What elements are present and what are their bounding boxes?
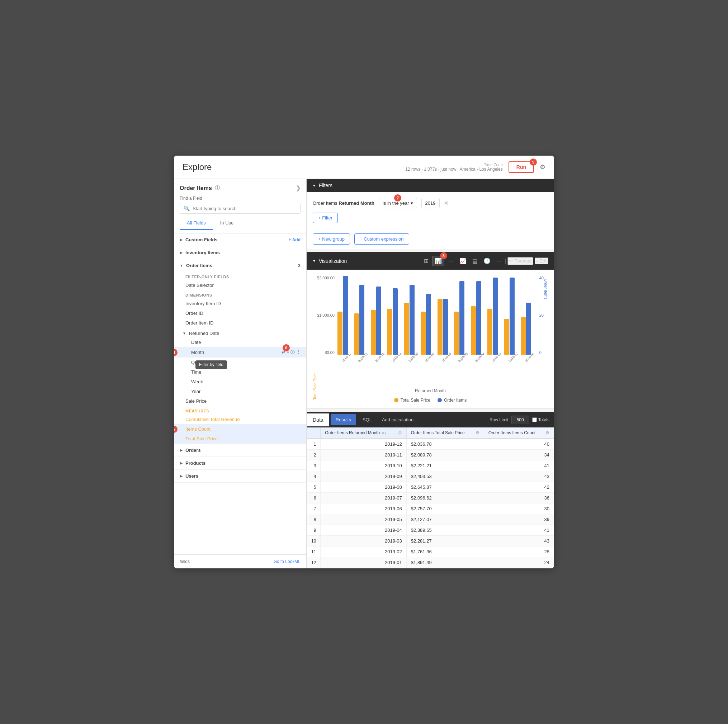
- group-header-orders[interactable]: ▶ Orders: [174, 444, 306, 457]
- group-header-users[interactable]: ▶ Users: [174, 470, 306, 482]
- sort-icon[interactable]: ≡↓: [382, 431, 386, 435]
- filters-title: Filters: [319, 183, 332, 188]
- column-settings-icon-1[interactable]: ⚙: [476, 430, 479, 435]
- row-number: 7: [307, 504, 321, 514]
- more-options-icon[interactable]: ⋮: [296, 349, 301, 355]
- badge-8: 8: [440, 252, 447, 259]
- field-order-item-id[interactable]: Order Item ID: [174, 318, 306, 328]
- filter-operator-wrapper: 7 is in the year ▾: [379, 198, 417, 208]
- viz-more-icon[interactable]: ···: [494, 257, 503, 266]
- field-time[interactable]: Time: [174, 367, 306, 377]
- bar-gold[interactable]: [421, 312, 426, 354]
- table-row[interactable]: 6 2019-07 $2,096.62 36: [307, 493, 554, 504]
- table-row[interactable]: 3 2019-10 $2,221.21 41: [307, 460, 554, 471]
- bar-gold[interactable]: [454, 312, 459, 354]
- viz-table-icon[interactable]: ⊞: [422, 256, 431, 266]
- search-input[interactable]: [193, 206, 297, 211]
- info-field-icon[interactable]: ⓘ: [291, 349, 295, 355]
- tab-data[interactable]: Data: [307, 414, 329, 426]
- viz-area-icon[interactable]: ▤: [470, 256, 480, 266]
- column-settings-icon-0[interactable]: ⚙: [398, 430, 402, 435]
- subgroup-returned-date[interactable]: ▼ Returned Date: [174, 328, 306, 338]
- tab-add-calculation[interactable]: Add calculation: [377, 414, 419, 425]
- tab-all-fields[interactable]: All Fields: [180, 217, 213, 230]
- field-total-sale-price[interactable]: Total Sale Price: [174, 434, 306, 444]
- table-row[interactable]: 10 2019-03 $2,281.27 43: [307, 536, 554, 547]
- bar-gold[interactable]: [487, 309, 492, 354]
- table-row[interactable]: 11 2019-02 $1,761.36 28: [307, 547, 554, 557]
- field-inventory-item-id[interactable]: Inventory Item ID: [174, 299, 306, 309]
- add-custom-field-link[interactable]: + Add: [289, 237, 301, 243]
- bar-blue[interactable]: [493, 278, 498, 354]
- group-header-products[interactable]: ▶ Products: [174, 457, 306, 469]
- info-icon[interactable]: ⓘ: [215, 185, 220, 191]
- edit-button[interactable]: ≡ Edit: [535, 258, 548, 264]
- table-row[interactable]: 2 2019-11 $2,089.78 34: [307, 450, 554, 460]
- group-header-order-items[interactable]: ▼ Order Items 3: [174, 259, 306, 272]
- field-order-id[interactable]: Order ID: [174, 309, 306, 318]
- custom-expression-button[interactable]: + Custom expression: [354, 234, 409, 244]
- field-month[interactable]: 4 Month ⇄ ≡ ⓘ ⋮ Filter by field 6: [174, 347, 306, 357]
- table-row[interactable]: 12 2019-01 $1,891.49 24: [307, 557, 554, 568]
- tab-in-use[interactable]: In Use: [213, 217, 241, 230]
- totals-checkbox[interactable]: [532, 417, 537, 422]
- bar-blue[interactable]: [526, 302, 531, 354]
- viz-pie-icon[interactable]: 🕐: [481, 256, 493, 266]
- field-week[interactable]: Week: [174, 377, 306, 386]
- column-settings-icon-2[interactable]: ⚙: [546, 430, 549, 435]
- bar-blue[interactable]: [410, 285, 414, 354]
- bar-gold[interactable]: [354, 313, 359, 354]
- collapse-icon[interactable]: ❯: [296, 185, 301, 191]
- group-header-inventory[interactable]: ▶ Inventory Items: [174, 246, 306, 259]
- bar-gold[interactable]: [471, 306, 476, 354]
- viz-scatter-icon[interactable]: ⋯: [446, 256, 456, 266]
- table-row[interactable]: 5 2019-08 $2,645.87 42: [307, 482, 554, 493]
- add-filter-button[interactable]: + Filter: [313, 213, 338, 223]
- cell-month: 2019-03: [321, 536, 406, 547]
- bar-blue[interactable]: [426, 294, 431, 354]
- bar-gold[interactable]: [404, 302, 409, 354]
- group-products: ▶ Products: [174, 457, 306, 470]
- bar-blue[interactable]: [476, 281, 481, 354]
- filter-only-label: FILTER-ONLY FIELDS: [174, 272, 306, 280]
- field-quarter[interactable]: Quarter: [174, 357, 306, 367]
- table-row[interactable]: 8 2019-05 $2,127.07 39: [307, 514, 554, 525]
- table-row[interactable]: 4 2019-09 $2,403.53 43: [307, 471, 554, 482]
- bar-blue[interactable]: [509, 278, 515, 354]
- tab-results[interactable]: Results: [330, 414, 356, 425]
- field-year[interactable]: Year: [174, 386, 306, 396]
- cell-month: 2019-12: [321, 438, 406, 450]
- bar-blue[interactable]: [376, 287, 381, 354]
- viz-line-icon[interactable]: 📈: [457, 256, 469, 266]
- filter-remove-button[interactable]: ✕: [444, 200, 449, 206]
- field-cumulative-revenue[interactable]: Cumulative Total Revenue: [174, 414, 306, 424]
- field-items-count[interactable]: 5 Items Count: [174, 424, 306, 434]
- filters-header[interactable]: ▼ Filters: [307, 179, 554, 192]
- table-row[interactable]: 7 2019-06 $2,757.70 30: [307, 504, 554, 514]
- bar-blue[interactable]: [359, 285, 364, 354]
- table-row[interactable]: 1 2019-12 $2,036.78 40: [307, 438, 554, 450]
- bar-gold[interactable]: [338, 312, 343, 354]
- field-date-selector[interactable]: Date Selector: [174, 280, 306, 290]
- go-to-lookml-link[interactable]: Go to LookML: [274, 559, 301, 564]
- bar-gold[interactable]: [371, 310, 376, 354]
- bar-gold[interactable]: [521, 317, 526, 354]
- row-limit-input[interactable]: [511, 415, 529, 424]
- filter-value-input[interactable]: 2019: [421, 198, 440, 208]
- bar-blue[interactable]: [393, 288, 398, 354]
- bar-gold[interactable]: [387, 309, 392, 354]
- settings-icon[interactable]: ⚙: [540, 163, 546, 171]
- bar-blue[interactable]: [443, 299, 448, 354]
- bar-blue[interactable]: [459, 281, 464, 354]
- forecast-button[interactable]: 〜 Forecast: [508, 257, 533, 265]
- bar-group: [338, 276, 353, 354]
- bar-gold[interactable]: [504, 319, 509, 354]
- bar-gold[interactable]: [437, 299, 442, 354]
- bar-blue[interactable]: [343, 276, 348, 354]
- table-row[interactable]: 9 2019-04 $2,389.65 41: [307, 525, 554, 536]
- group-label-inventory: Inventory Items: [185, 250, 220, 255]
- field-sale-price[interactable]: Sale Price: [174, 396, 306, 406]
- group-header-custom-fields[interactable]: ▶ Custom Fields + Add: [174, 234, 306, 246]
- new-group-button[interactable]: + New group: [313, 234, 350, 244]
- tab-sql[interactable]: SQL: [358, 414, 377, 425]
